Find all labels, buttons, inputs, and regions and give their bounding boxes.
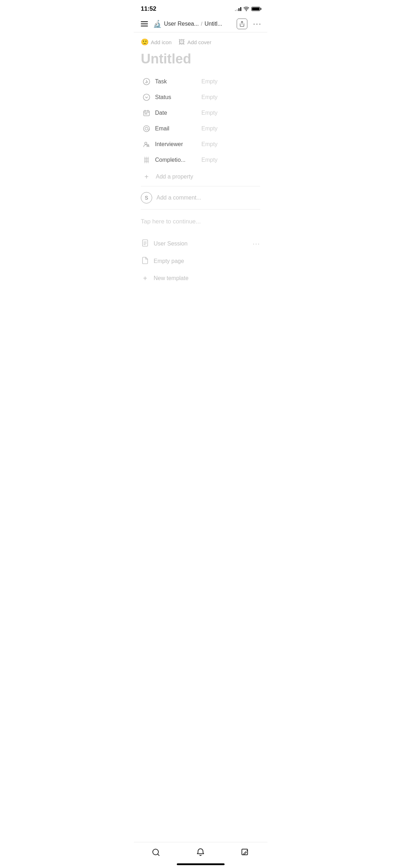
image-icon: 🖼 [179,38,185,46]
sub-pages-section: User Session ··· Empty page + New templa… [134,232,267,290]
workspace-icon: 🔬 [153,20,162,28]
status-time: 11:52 [141,5,156,12]
svg-rect-9 [143,240,148,246]
task-value: Empty [201,78,260,85]
add-property-label: Add a property [156,174,193,180]
breadcrumb: 🔬 User Resea... / Untitl... [153,20,233,28]
interviewer-value: Empty [201,141,260,148]
add-comment-row[interactable]: S Add a comment... [134,186,267,209]
add-icon-label: Add icon [151,39,171,45]
status-value: Empty [201,94,260,100]
property-completion[interactable]: Completio... Empty [141,152,260,168]
empty-page-label: Empty page [154,258,260,264]
property-status[interactable]: Status Empty [141,89,260,105]
task-label: Task [155,78,201,85]
signal-bars-icon [235,7,241,11]
add-meta-row: 🙂 Add icon 🖼 Add cover [141,38,260,46]
share-button[interactable] [237,19,247,29]
add-property-button[interactable]: + Add a property [141,168,260,186]
status-label: Status [155,94,201,100]
add-cover-label: Add cover [187,39,211,45]
add-cover-button[interactable]: 🖼 Add cover [179,38,211,46]
empty-page-icon [141,257,149,266]
hamburger-menu-button[interactable] [139,20,149,28]
breadcrumb-workspace[interactable]: User Resea... [164,21,199,27]
user-session-label: User Session [154,241,248,247]
property-date[interactable]: Date Empty [141,105,260,121]
wifi-icon [243,7,249,11]
new-template-plus-icon: + [141,274,149,283]
nav-bar: 🔬 User Resea... / Untitl... ··· [134,16,267,32]
comment-placeholder: Add a comment... [156,195,201,201]
interviewer-label: Interviewer [155,141,201,148]
nav-actions: ··· [237,19,262,29]
email-icon [141,125,152,132]
interviewer-icon [141,141,152,148]
status-icon [141,94,152,101]
sub-page-user-session[interactable]: User Session ··· [141,235,260,253]
completion-label: Completio... [155,157,201,163]
email-value: Empty [201,125,260,132]
breadcrumb-separator: / [201,21,202,27]
property-interviewer[interactable]: Interviewer Empty [141,136,260,152]
task-icon [141,78,152,85]
status-bar: 11:52 [134,0,267,16]
battery-icon [251,7,260,11]
property-email[interactable]: Email Empty [141,121,260,136]
properties-list: Task Empty Status Empty [141,74,260,186]
property-task[interactable]: Task Empty [141,74,260,89]
svg-point-7 [145,142,147,144]
date-value: Empty [201,110,260,116]
date-label: Date [155,110,201,116]
breadcrumb-page[interactable]: Untitl... [205,21,222,27]
date-icon [141,109,152,117]
svg-rect-4 [146,113,147,114]
page-content: 🙂 Add icon 🖼 Add cover Untitled Task Emp… [134,32,267,186]
user-avatar: S [141,192,152,203]
email-label: Email [155,125,201,132]
emoji-icon: 🙂 [141,38,149,46]
add-property-plus-icon: + [141,173,152,181]
svg-rect-3 [145,113,146,114]
status-icons [235,7,260,11]
completion-value: Empty [201,157,260,163]
page-with-lines-icon [141,239,149,248]
svg-point-5 [145,127,148,130]
user-session-more-button[interactable]: ··· [253,240,260,248]
more-options-button[interactable]: ··· [253,19,262,29]
new-template-label: New template [154,275,189,281]
page-title[interactable]: Untitled [141,52,260,67]
add-icon-button[interactable]: 🙂 Add icon [141,38,171,46]
completion-icon [141,156,152,164]
svg-point-6 [144,125,150,131]
new-template-button[interactable]: + New template [141,270,260,287]
sub-page-empty-page[interactable]: Empty page [141,253,260,270]
svg-point-1 [143,94,150,100]
tap-continue[interactable]: Tap here to continue... [134,210,267,232]
